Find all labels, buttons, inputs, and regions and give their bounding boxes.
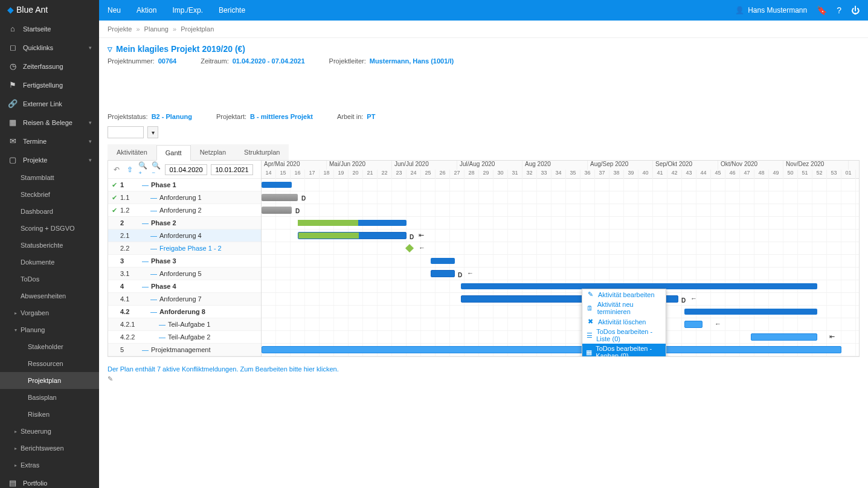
- gantt-task-row[interactable]: 5—Projektmanagement: [108, 344, 261, 356]
- topbar-menu-neu[interactable]: Neu: [108, 5, 121, 16]
- sidebar-sub-vorgaben[interactable]: ▸Vorgaben: [0, 304, 99, 321]
- user-menu[interactable]: 👤 Hans Mustermann: [735, 6, 807, 14]
- topbar-menu-berichte[interactable]: Berichte: [219, 5, 245, 16]
- gantt-bar-row[interactable]: D←: [262, 293, 859, 306]
- gantt-bar[interactable]: D: [298, 232, 407, 239]
- gantt-task-row[interactable]: ✔1.2—Anforderung 2: [108, 204, 261, 217]
- gantt-task-row[interactable]: 2.1—Anforderung 4: [108, 230, 261, 242]
- sidebar-item-fertigstellung[interactable]: ⚑Fertigstellung: [0, 75, 99, 94]
- context-menu-item[interactable]: ▦ToDos bearbeiten - Kanban (0): [582, 344, 666, 356]
- context-menu-item[interactable]: ✖Aktivität löschen: [582, 316, 666, 327]
- gantt-bar-row[interactable]: D: [262, 204, 859, 217]
- gantt-bar[interactable]: [684, 309, 817, 315]
- milestone-icon[interactable]: [405, 244, 414, 252]
- sidebar-item-quicklinks[interactable]: ◻Quicklinks▾: [0, 38, 99, 57]
- tab-aktivitäten[interactable]: Aktivitäten: [108, 144, 156, 160]
- gantt-bar-row[interactable]: [262, 255, 859, 268]
- sidebar-sub3-risiken[interactable]: Risiken: [0, 406, 99, 423]
- gantt-bar-row[interactable]: [262, 280, 859, 293]
- sidebar-sub-dokumente[interactable]: Dokumente: [0, 254, 99, 271]
- topbar-menu-aktion[interactable]: Aktion: [137, 5, 156, 16]
- gantt-task-row[interactable]: 4—Phase 4: [108, 280, 261, 293]
- gantt-bar-row[interactable]: D: [262, 191, 859, 204]
- sidebar-sub3-basisplan[interactable]: Basisplan: [0, 389, 99, 406]
- gantt-task-row[interactable]: ✔1.1—Anforderung 1: [108, 191, 261, 204]
- gantt-bar-row[interactable]: ⇤: [262, 331, 859, 344]
- sidebar-sub-planung[interactable]: ▾Planung: [0, 321, 99, 338]
- tab-gantt[interactable]: Gantt: [156, 145, 191, 161]
- undo-icon[interactable]: ↶: [112, 165, 121, 175]
- month-label: Aug/Sep 2020: [588, 161, 653, 170]
- gantt-bar[interactable]: [684, 321, 702, 328]
- gantt-bar[interactable]: D: [431, 270, 455, 277]
- zoom-out-icon[interactable]: 🔍⁻: [152, 165, 161, 175]
- gantt-bar-row[interactable]: [262, 344, 859, 356]
- gantt-bar-row[interactable]: [262, 179, 859, 191]
- project-dropdown-btn[interactable]: ▾: [147, 126, 158, 138]
- sidebar-item-termine[interactable]: ✉Termine▾: [0, 132, 99, 150]
- project-dropdown[interactable]: [108, 126, 144, 138]
- tab-strukturplan[interactable]: Strukturplan: [235, 144, 289, 160]
- power-icon[interactable]: ⏻: [851, 5, 860, 15]
- tab-netzplan[interactable]: Netzplan: [191, 144, 235, 160]
- sidebar-sub-statusberichte[interactable]: Statusberichte: [0, 237, 99, 254]
- project-title[interactable]: ▽ Mein klagiles Projekt 2019/20 (€): [108, 44, 860, 54]
- gantt-bar[interactable]: [262, 182, 292, 188]
- gantt-task-row[interactable]: 4.2.1—Teil-Aufgabe 1: [108, 318, 261, 331]
- sidebar-sub3-stakeholder[interactable]: Stakeholder: [0, 338, 99, 355]
- sidebar-item-projekte[interactable]: ▢Projekte▾: [0, 150, 99, 169]
- gantt-task-row[interactable]: ✔1—Phase 1: [108, 179, 261, 191]
- gantt-bar-row[interactable]: [262, 217, 859, 230]
- sidebar-item-externer-link[interactable]: 🔗Externer Link: [0, 94, 99, 113]
- sidebar-sub-scoring-dsgvo[interactable]: Scoring + DSGVO: [0, 220, 99, 237]
- sidebar-item-startseite[interactable]: ⌂Startseite: [0, 19, 99, 38]
- gantt-task-row[interactable]: 3—Phase 3: [108, 255, 261, 268]
- gantt-task-row[interactable]: 4.2—Anforderung 8: [108, 306, 261, 318]
- sidebar-sub-stammblatt[interactable]: Stammblatt: [0, 169, 99, 186]
- gantt-task-row[interactable]: 4.2.2—Teil-Aufgabe 2: [108, 331, 261, 344]
- sidebar-item-zeiterfassung[interactable]: ◷Zeiterfassung: [0, 57, 99, 75]
- gantt-task-row[interactable]: 2—Phase 2: [108, 217, 261, 230]
- sidebar-sub-steuerung[interactable]: ▸Steuerung: [0, 423, 99, 440]
- gantt-bar-row[interactable]: ←: [262, 242, 859, 255]
- edit-icon[interactable]: ✎: [108, 375, 113, 383]
- conflict-message[interactable]: Der Plan enthält 7 aktive Konfliktmeldun…: [108, 365, 860, 373]
- context-menu-item[interactable]: 🗓Aktivität neu terminieren: [582, 300, 666, 316]
- gantt-task-row[interactable]: 4.1—Anforderung 7: [108, 293, 261, 306]
- sidebar-sub-berichtswesen[interactable]: ▸Berichtswesen: [0, 440, 99, 457]
- sidebar-sub-extras[interactable]: ▸Extras: [0, 457, 99, 474]
- sidebar-sub-abwesenheiten[interactable]: Abwesenheiten: [0, 287, 99, 304]
- gantt-bar[interactable]: [298, 220, 407, 226]
- gantt-bar[interactable]: [751, 333, 817, 341]
- gantt-bar[interactable]: D: [262, 194, 298, 201]
- gantt-bar[interactable]: [262, 346, 841, 353]
- gantt-bar-row[interactable]: D←: [262, 268, 859, 280]
- context-menu-item[interactable]: ✎Aktivität bearbeiten: [582, 289, 666, 300]
- sidebar-sub-steckbrief[interactable]: Steckbrief: [0, 186, 99, 203]
- gantt-right: Apr/Mai 2020Mai/Jun 2020Jun/Jul 2020Jul/…: [262, 161, 859, 356]
- sidebar-sub3-ressourcen[interactable]: Ressourcen: [0, 355, 99, 372]
- sidebar-item-reisen-&-belege[interactable]: ▦Reisen & Belege▾: [0, 113, 99, 132]
- gantt-bar[interactable]: [431, 258, 455, 264]
- sidebar-sub-todos[interactable]: ToDos: [0, 271, 99, 287]
- upload-icon[interactable]: ⇧: [125, 165, 135, 175]
- month-label: Apr/Mai 2020: [262, 161, 327, 170]
- gantt-task-row[interactable]: 3.1—Anforderung 5: [108, 268, 261, 280]
- breadcrumb-0[interactable]: Projekte: [108, 25, 132, 33]
- date-to-input[interactable]: [211, 164, 253, 175]
- gantt-bar[interactable]: D: [262, 207, 292, 214]
- gantt-bar-row[interactable]: [262, 306, 859, 318]
- bookmark-icon[interactable]: 🔖: [817, 5, 827, 15]
- gantt-bar-row[interactable]: D⇤: [262, 230, 859, 242]
- gantt-bar-row[interactable]: ←: [262, 318, 859, 331]
- breadcrumb-1[interactable]: Planung: [144, 25, 169, 33]
- help-icon[interactable]: ?: [837, 5, 841, 15]
- sidebar-item-portfolio[interactable]: ▤Portfolio: [0, 474, 99, 488]
- topbar-menu-impexp[interactable]: Imp./Exp.: [172, 5, 203, 16]
- gantt-task-row[interactable]: 2.2—Freigabe Phase 1 - 2: [108, 242, 261, 255]
- sidebar-sub3-projektplan[interactable]: Projektplan: [0, 372, 99, 389]
- context-menu-item[interactable]: ☰ToDos bearbeiten - Liste (0): [582, 327, 666, 344]
- date-from-input[interactable]: [165, 164, 207, 175]
- sidebar-sub-dashboard[interactable]: Dashboard: [0, 203, 99, 220]
- zoom-in-icon[interactable]: 🔍⁺: [138, 165, 148, 175]
